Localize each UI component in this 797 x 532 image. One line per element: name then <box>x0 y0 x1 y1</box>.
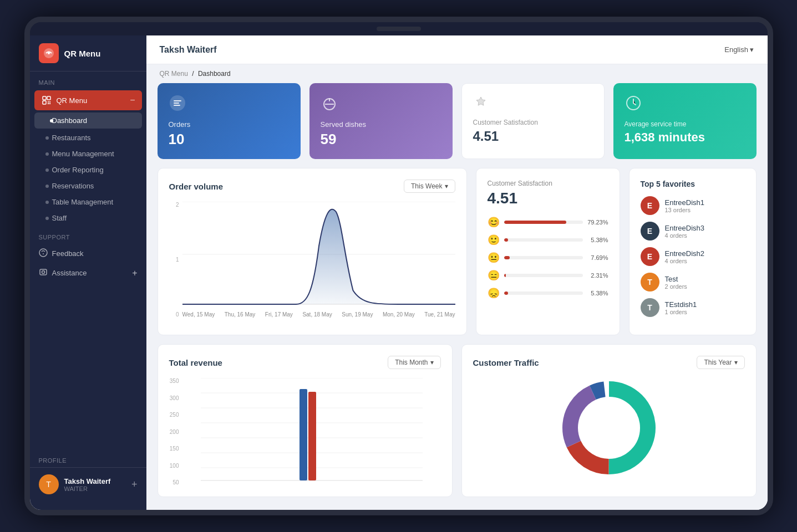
orders-label: Orders <box>169 120 290 129</box>
profile-avatar: T <box>39 474 59 494</box>
sidebar-item-feedback[interactable]: Feedback <box>30 244 146 263</box>
total-revenue-filter[interactable]: This Month <box>388 356 440 369</box>
top-bar: Taksh Waiterf English <box>146 35 768 64</box>
pct-meh: 2.31% <box>587 272 608 279</box>
pct-bad: 5.38% <box>587 290 608 296</box>
sidebar-assistance-label: Assistance <box>52 269 87 277</box>
y-label-0: 0 <box>169 311 179 318</box>
sidebar-item-menu-management[interactable]: Menu Management <box>30 146 146 162</box>
order-volume-chart-area: 2 1 0 <box>169 202 455 318</box>
svg-rect-27 <box>299 389 307 480</box>
sidebar-item-dashboard[interactable]: Dashboard <box>34 112 142 129</box>
satisfaction-card: Customer Satisfaction 4.51 <box>461 83 605 159</box>
rev-y-150: 150 <box>169 446 179 452</box>
rating-row-3: 😐 7.69% <box>488 252 608 264</box>
order-volume-card: Order volume This Week 2 1 0 <box>158 168 467 335</box>
breadcrumb-home[interactable]: QR Menu <box>160 70 188 78</box>
sidebar-item-staff[interactable]: Staff <box>30 210 146 226</box>
fav-name-2: EntreeDish3 <box>665 224 705 232</box>
order-volume-filter[interactable]: This Week <box>404 180 455 193</box>
satisfaction-icon <box>473 95 593 114</box>
language-selector[interactable]: English <box>724 45 754 54</box>
app-name: QR Menu <box>64 49 101 58</box>
sidebar-item-table-management[interactable]: Table Management <box>30 194 146 210</box>
profile-name: Taksh Waiterf <box>64 477 111 485</box>
assistance-plus-icon[interactable]: + <box>132 268 137 278</box>
rev-y-350: 350 <box>169 378 179 384</box>
content-area: Orders 10 Served dishes 59 <box>146 83 768 510</box>
sidebar-item-reservations[interactable]: Reservations <box>30 178 146 194</box>
rating-row-5: 😞 5.38% <box>488 287 608 299</box>
customer-traffic-card: Customer Traffic This Year <box>461 344 757 497</box>
profile-role: WAITER <box>64 485 111 492</box>
revenue-plot <box>182 378 441 485</box>
svg-rect-11 <box>40 269 47 275</box>
sidebar-reservations-label: Reservations <box>52 182 94 190</box>
sidebar-qrmenu-label: QR Menu <box>57 96 88 105</box>
y-axis-labels: 2 1 0 <box>169 202 182 318</box>
x-axis-labels: Wed, 15 May Thu, 16 May Fri, 17 May Sat,… <box>182 309 455 318</box>
fav-info-5: TEstdish1 1 orders <box>665 300 697 315</box>
x-label-3: Sat, 18 May <box>302 311 332 318</box>
assistance-icon <box>39 268 48 278</box>
sidebar-staff-label: Staff <box>52 214 67 222</box>
bar-bad <box>504 291 583 295</box>
sidebar-collapse-icon[interactable]: − <box>130 95 135 105</box>
avg-service-card: Average service time 1,638 minutes <box>613 83 757 159</box>
fav-orders-5: 1 orders <box>665 309 697 315</box>
orders-value: 10 <box>169 131 290 148</box>
rev-y-300: 300 <box>169 395 179 401</box>
fav-name-4: Test <box>665 275 687 283</box>
customer-traffic-filter[interactable]: This Year <box>697 356 744 369</box>
satisfaction-card-label: Customer Satisfaction <box>473 119 593 126</box>
sidebar-item-order-reporting[interactable]: Order Reporting <box>30 162 146 178</box>
breadcrumb-current: Dashboard <box>198 70 231 78</box>
face-great: 😊 <box>488 216 500 228</box>
bottom-row: Total revenue This Month 350 300 250 200… <box>158 344 757 497</box>
served-dishes-label: Served dishes <box>321 120 441 129</box>
sidebar-item-assistance[interactable]: Assistance + <box>30 263 146 283</box>
svg-rect-3 <box>47 96 50 100</box>
y-label-2: 2 <box>169 202 179 208</box>
customer-satisfaction-card: Customer Satisfaction 4.51 😊 79.23% 🙂 <box>476 168 620 335</box>
qrmenu-icon <box>41 95 52 106</box>
fav-name-3: EntreeDish2 <box>665 249 705 258</box>
served-dishes-value: 59 <box>321 131 441 148</box>
svg-rect-8 <box>49 103 50 104</box>
sidebar-profile: T Taksh Waiterf WAITER + <box>30 467 146 501</box>
svg-point-9 <box>39 249 47 257</box>
sidebar-main-label: Main <box>30 71 146 89</box>
sidebar-item-restaurants[interactable]: Restaurants <box>30 130 146 146</box>
avg-service-icon <box>625 94 745 116</box>
app-logo-icon <box>39 43 59 63</box>
rev-y-200: 200 <box>169 429 179 435</box>
order-volume-title: Order volume <box>169 182 224 191</box>
sidebar-table-management-label: Table Management <box>52 198 114 206</box>
fav-avatar-1: E <box>641 196 659 215</box>
avg-service-label: Average service time <box>625 120 745 128</box>
fav-avatar-5: T <box>641 298 659 317</box>
fav-info-1: EntreeDish1 13 orders <box>665 198 705 213</box>
fav-orders-2: 4 orders <box>665 232 705 239</box>
satisfaction-score: 4.51 <box>488 190 608 207</box>
fav-item-1: E EntreeDish1 13 orders <box>641 196 745 215</box>
fav-orders-4: 2 orders <box>665 283 687 290</box>
total-revenue-card: Total revenue This Month 350 300 250 200… <box>158 344 453 497</box>
bar-great <box>504 221 583 224</box>
rating-row-2: 🙂 5.38% <box>488 234 608 246</box>
svg-point-10 <box>43 253 44 254</box>
sidebar-item-qrmenu[interactable]: QR Menu − <box>34 90 142 110</box>
fav-info-3: EntreeDish2 4 orders <box>665 249 705 264</box>
svg-rect-7 <box>48 103 49 104</box>
sidebar-feedback-label: Feedback <box>52 249 84 258</box>
breadcrumb-separator: / <box>192 70 196 78</box>
middle-row: Order volume This Week 2 1 0 <box>158 168 757 335</box>
fav-item-4: T Test 2 orders <box>641 273 745 291</box>
satisfaction-card-title: Customer Satisfaction <box>488 180 608 187</box>
favorites-card: Top 5 favorites E EntreeDish1 13 orders … <box>629 168 757 335</box>
y-label-1: 1 <box>169 257 179 263</box>
profile-plus-icon[interactable]: + <box>131 479 138 490</box>
donut-chart-container <box>473 378 745 478</box>
x-label-1: Thu, 16 May <box>225 311 256 318</box>
page-title: Taksh Waiterf <box>160 45 217 55</box>
